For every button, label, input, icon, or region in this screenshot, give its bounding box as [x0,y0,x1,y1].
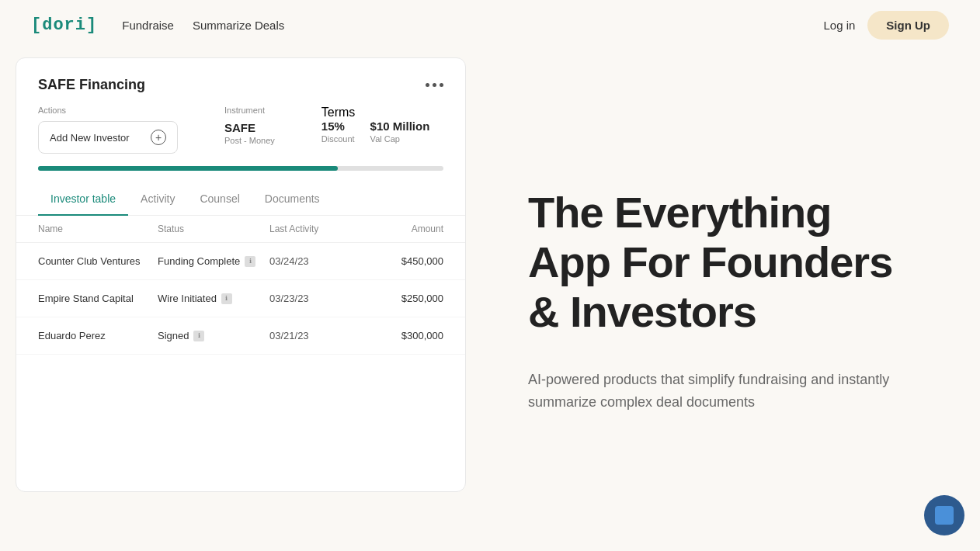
investor-name-3: Eduardo Perez [38,330,142,341]
progress-bar [38,166,443,171]
tab-documents[interactable]: Documents [252,183,332,216]
investor-amount-1: $450,000 [374,255,443,267]
status-icon-3: ℹ [193,331,204,341]
plus-icon: + [151,130,166,145]
investor-table: Name Status Last Activity Amount Counter… [16,216,465,355]
instrument-label: Instrument [224,106,275,115]
terms-label: Terms [321,106,356,119]
chat-icon [935,506,954,525]
dots-menu[interactable] [426,83,443,87]
login-button[interactable]: Log in [823,19,855,32]
dot-1 [426,83,429,87]
valcap-sub: Val Cap [370,134,430,144]
investor-name-1: Counter Club Ventures [38,255,142,267]
col-header-status: Status [142,224,262,234]
chat-bubble[interactable] [924,495,964,535]
investor-amount-2: $250,000 [374,293,443,304]
investor-activity-1: 03/24/23 [262,255,374,267]
tab-investor-table[interactable]: Investor table [38,183,128,216]
tab-activity[interactable]: Activity [128,183,187,216]
investor-name-2: Empire Stand Capital [38,293,142,304]
nav-fundraise[interactable]: Fundraise [122,19,174,32]
col-header-name: Name [38,224,142,234]
actions-label: Actions [38,106,178,115]
table-row: Eduardo Perez Signed ℹ 03/21/23 $300,000 [16,317,465,355]
tabs: Investor table Activity Counsel Document… [16,183,465,216]
valcap-value: $10 Million [370,120,430,133]
signup-button[interactable]: Sign Up [867,11,949,40]
table-row: Counter Club Ventures Funding Complete ℹ… [16,243,465,280]
logo[interactable]: [dori] [31,16,97,35]
discount-value: 15% [321,120,355,133]
hero-panel: The Everything App For Founders & Invest… [466,50,980,551]
investor-activity-3: 03/21/23 [262,330,374,341]
instrument-sub: Post - Money [224,136,275,145]
col-header-activity: Last Activity [262,224,374,234]
status-icon-1: ℹ [245,256,255,267]
safe-financing-panel: SAFE Financing Actions Add New Investor … [16,57,466,492]
investor-amount-3: $300,000 [374,330,443,341]
hero-title: The Everything App For Founders & Invest… [528,188,918,338]
dot-2 [433,83,436,87]
table-row: Empire Stand Capital Wire Initiated ℹ 03… [16,280,465,317]
progress-fill [38,166,338,171]
investor-activity-2: 03/23/23 [262,293,374,304]
dot-3 [440,83,443,87]
investor-status-2: Wire Initiated ℹ [142,293,262,304]
col-header-amount: Amount [374,224,443,234]
panel-title: SAFE Financing [38,77,145,93]
discount-sub: Discount [321,134,355,144]
status-icon-2: ℹ [221,293,232,304]
add-investor-button[interactable]: Add New Investor + [38,121,178,154]
progress-container [16,166,465,171]
tab-counsel[interactable]: Counsel [187,183,252,216]
nav-summarize-deals[interactable]: Summarize Deals [193,19,284,32]
hero-subtitle: AI-powered products that simplify fundra… [528,369,918,414]
instrument-value: SAFE [224,121,275,134]
investor-status-3: Signed ℹ [142,330,262,341]
investor-status-1: Funding Complete ℹ [142,255,262,267]
